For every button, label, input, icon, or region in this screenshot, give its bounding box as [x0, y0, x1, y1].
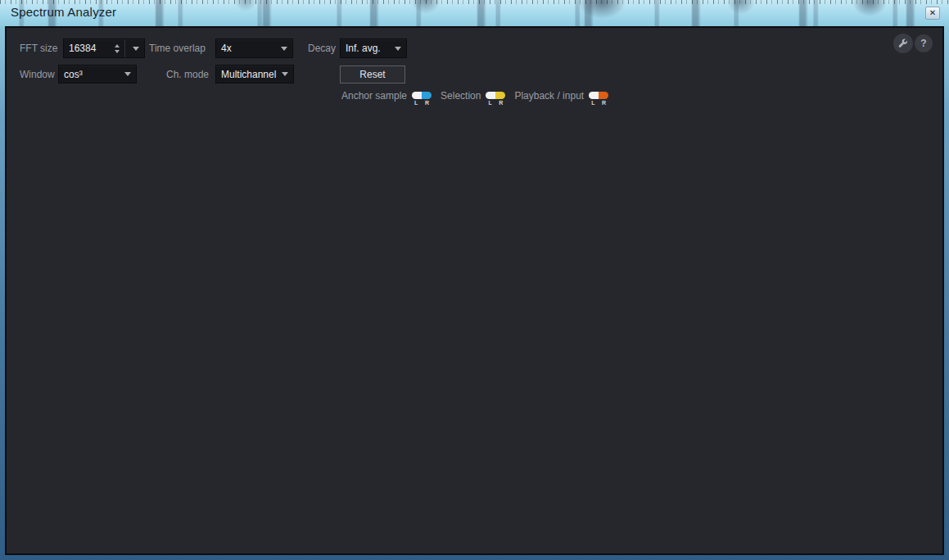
fft-size-stepper[interactable]	[115, 39, 125, 57]
decay-value: Inf. avg.	[346, 43, 391, 54]
wrench-icon	[897, 38, 909, 49]
help-button[interactable]: ?	[915, 34, 933, 52]
selection-channel-badge[interactable]: LR	[486, 91, 505, 106]
fft-size-input[interactable]: 16384	[63, 38, 145, 58]
window-fn-value: cos³	[64, 69, 121, 80]
window-fn-dropdown[interactable]: cos³	[58, 65, 137, 84]
legend: Anchor sample LR Selection LR Playback /…	[341, 91, 608, 106]
decay-label: Decay	[308, 38, 336, 58]
ch-mode-dropdown[interactable]: Multichannel	[215, 65, 294, 84]
lr-pill-icon	[589, 92, 608, 99]
channel-l-label: L	[591, 99, 594, 106]
time-overlap-value: 4x	[221, 43, 278, 54]
chevron-down-icon[interactable]	[124, 72, 131, 76]
spectrum-analyzer-window: 1015202530354045505560657075808590951001…	[0, 0, 949, 560]
spin-down-icon[interactable]	[115, 50, 120, 53]
fft-size-value[interactable]: 16384	[69, 43, 111, 54]
fft-size-label: FFT size	[20, 38, 57, 58]
close-button[interactable]: ✕	[925, 7, 940, 20]
chevron-down-icon[interactable]	[282, 72, 288, 76]
legend-label: Anchor sample	[341, 91, 407, 102]
chevron-down-icon[interactable]	[395, 47, 401, 51]
anchor-sample-channel-badge[interactable]: LR	[412, 91, 432, 106]
legend-item-anchor-sample: Anchor sample LR	[341, 91, 432, 106]
ch-mode-value: Multichannel	[221, 69, 278, 80]
channel-r-label: R	[602, 99, 606, 106]
time-overlap-label: Time overlap	[149, 38, 206, 58]
window-title: Spectrum Analyzer	[11, 5, 116, 19]
legend-label: Playback / input	[514, 91, 584, 102]
channel-l-label: L	[414, 99, 418, 106]
ch-mode-label: Ch. mode	[166, 65, 209, 84]
channel-l-label: L	[488, 99, 491, 106]
spin-up-icon[interactable]	[115, 44, 120, 47]
time-overlap-dropdown[interactable]: 4x	[215, 38, 293, 58]
lr-pill-icon	[486, 92, 505, 99]
chevron-down-icon[interactable]	[133, 47, 139, 51]
window-fn-label: Window	[20, 65, 55, 84]
lr-pill-icon	[412, 92, 432, 99]
settings-wrench-button[interactable]	[893, 34, 913, 53]
legend-item-selection: Selection LR	[441, 91, 505, 106]
title-bar[interactable]: Spectrum Analyzer ✕	[0, 0, 949, 26]
playback-input-channel-badge[interactable]: LR	[589, 91, 608, 106]
decay-dropdown[interactable]: Inf. avg.	[340, 38, 407, 58]
reset-button[interactable]: Reset	[340, 65, 405, 84]
chevron-down-icon[interactable]	[281, 47, 287, 51]
channel-r-label: R	[425, 99, 429, 106]
channel-r-label: R	[499, 99, 503, 106]
legend-label: Selection	[441, 91, 481, 102]
legend-item-playback-input: Playback / input LR	[514, 91, 608, 106]
